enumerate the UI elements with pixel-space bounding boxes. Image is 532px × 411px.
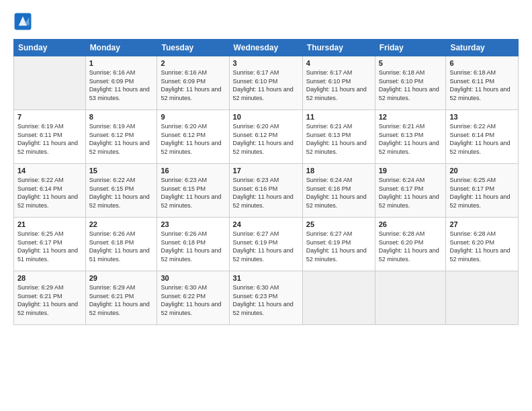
day-number: 14 [17, 167, 82, 175]
day-detail: Sunrise: 6:18 AMSunset: 6:10 PMDaylight:… [379, 69, 439, 101]
day-cell: 12 Sunrise: 6:21 AMSunset: 6:13 PMDaylig… [375, 110, 446, 164]
day-detail: Sunrise: 6:18 AMSunset: 6:11 PMDaylight:… [449, 69, 510, 101]
day-cell: 25 Sunrise: 6:27 AMSunset: 6:19 PMDaylig… [302, 218, 375, 271]
col-header-wednesday: Wednesday [229, 40, 302, 56]
day-number: 20 [449, 167, 515, 175]
day-number: 22 [89, 220, 154, 228]
day-number: 23 [161, 220, 225, 228]
header [13, 12, 519, 31]
day-cell: 1 Sunrise: 6:16 AMSunset: 6:09 PMDayligh… [85, 56, 157, 110]
day-cell: 3 Sunrise: 6:17 AMSunset: 6:10 PMDayligh… [229, 56, 302, 110]
week-row-5: 28 Sunrise: 6:29 AMSunset: 6:21 PMDaylig… [14, 271, 519, 325]
day-detail: Sunrise: 6:22 AMSunset: 6:14 PMDaylight:… [17, 177, 78, 209]
day-detail: Sunrise: 6:20 AMSunset: 6:12 PMDaylight:… [233, 123, 294, 155]
day-cell: 30 Sunrise: 6:30 AMSunset: 6:22 PMDaylig… [157, 271, 229, 325]
day-number: 31 [233, 274, 299, 282]
day-number: 13 [449, 113, 515, 121]
day-detail: Sunrise: 6:26 AMSunset: 6:18 PMDaylight:… [161, 230, 221, 263]
day-detail: Sunrise: 6:26 AMSunset: 6:18 PMDaylight:… [89, 230, 150, 263]
day-number: 7 [17, 113, 82, 121]
day-number: 12 [379, 113, 443, 121]
day-detail: Sunrise: 6:24 AMSunset: 6:16 PMDaylight:… [306, 177, 367, 209]
day-detail: Sunrise: 6:22 AMSunset: 6:14 PMDaylight:… [449, 123, 510, 155]
day-cell: 2 Sunrise: 6:16 AMSunset: 6:09 PMDayligh… [157, 56, 229, 110]
day-cell: 9 Sunrise: 6:20 AMSunset: 6:12 PMDayligh… [157, 110, 229, 164]
col-header-sunday: Sunday [14, 40, 86, 56]
day-number: 18 [306, 167, 371, 175]
day-cell: 29 Sunrise: 6:29 AMSunset: 6:21 PMDaylig… [85, 271, 157, 325]
day-cell: 10 Sunrise: 6:20 AMSunset: 6:12 PMDaylig… [229, 110, 302, 164]
day-detail: Sunrise: 6:30 AMSunset: 6:23 PMDaylight:… [233, 284, 294, 316]
day-number: 28 [17, 274, 82, 282]
logo [13, 12, 35, 31]
day-detail: Sunrise: 6:16 AMSunset: 6:09 PMDaylight:… [89, 69, 150, 101]
calendar-page: SundayMondayTuesdayWednesdayThursdayFrid… [0, 0, 532, 411]
day-detail: Sunrise: 6:29 AMSunset: 6:21 PMDaylight:… [89, 284, 150, 316]
day-detail: Sunrise: 6:20 AMSunset: 6:12 PMDaylight:… [161, 123, 221, 155]
day-number: 29 [89, 274, 154, 282]
day-number: 10 [233, 113, 299, 121]
day-number: 26 [379, 220, 443, 228]
day-cell: 31 Sunrise: 6:30 AMSunset: 6:23 PMDaylig… [229, 271, 302, 325]
day-cell: 6 Sunrise: 6:18 AMSunset: 6:11 PMDayligh… [446, 56, 519, 110]
day-number: 8 [89, 113, 154, 121]
week-row-1: 1 Sunrise: 6:16 AMSunset: 6:09 PMDayligh… [14, 56, 519, 110]
day-number: 3 [233, 59, 299, 67]
day-detail: Sunrise: 6:17 AMSunset: 6:10 PMDaylight:… [233, 69, 294, 101]
day-cell: 8 Sunrise: 6:19 AMSunset: 6:12 PMDayligh… [85, 110, 157, 164]
day-cell: 15 Sunrise: 6:22 AMSunset: 6:15 PMDaylig… [85, 164, 157, 218]
day-cell [446, 271, 519, 325]
day-number: 27 [449, 220, 515, 228]
day-detail: Sunrise: 6:22 AMSunset: 6:15 PMDaylight:… [89, 177, 150, 209]
day-cell: 5 Sunrise: 6:18 AMSunset: 6:10 PMDayligh… [375, 56, 446, 110]
logo-icon [13, 12, 32, 31]
day-detail: Sunrise: 6:19 AMSunset: 6:12 PMDaylight:… [89, 123, 150, 155]
day-number: 30 [161, 274, 225, 282]
day-number: 21 [17, 220, 82, 228]
day-detail: Sunrise: 6:27 AMSunset: 6:19 PMDaylight:… [233, 230, 294, 263]
day-number: 25 [306, 220, 371, 228]
day-number: 17 [233, 167, 299, 175]
day-cell: 16 Sunrise: 6:23 AMSunset: 6:15 PMDaylig… [157, 164, 229, 218]
day-number: 11 [306, 113, 371, 121]
week-row-4: 21 Sunrise: 6:25 AMSunset: 6:17 PMDaylig… [14, 218, 519, 271]
day-cell: 18 Sunrise: 6:24 AMSunset: 6:16 PMDaylig… [302, 164, 375, 218]
day-detail: Sunrise: 6:28 AMSunset: 6:20 PMDaylight:… [449, 230, 510, 263]
day-detail: Sunrise: 6:30 AMSunset: 6:22 PMDaylight:… [161, 284, 221, 316]
day-detail: Sunrise: 6:27 AMSunset: 6:19 PMDaylight:… [306, 230, 367, 263]
day-cell: 23 Sunrise: 6:26 AMSunset: 6:18 PMDaylig… [157, 218, 229, 271]
day-cell: 11 Sunrise: 6:21 AMSunset: 6:13 PMDaylig… [302, 110, 375, 164]
day-cell: 28 Sunrise: 6:29 AMSunset: 6:21 PMDaylig… [14, 271, 86, 325]
day-cell: 22 Sunrise: 6:26 AMSunset: 6:18 PMDaylig… [85, 218, 157, 271]
day-number: 9 [161, 113, 225, 121]
day-cell [375, 271, 446, 325]
day-cell: 20 Sunrise: 6:25 AMSunset: 6:17 PMDaylig… [446, 164, 519, 218]
day-cell: 13 Sunrise: 6:22 AMSunset: 6:14 PMDaylig… [446, 110, 519, 164]
calendar-table: SundayMondayTuesdayWednesdayThursdayFrid… [13, 39, 519, 325]
day-detail: Sunrise: 6:17 AMSunset: 6:10 PMDaylight:… [306, 69, 367, 101]
col-header-monday: Monday [85, 40, 157, 56]
day-detail: Sunrise: 6:23 AMSunset: 6:15 PMDaylight:… [161, 177, 221, 209]
day-detail: Sunrise: 6:16 AMSunset: 6:09 PMDaylight:… [161, 69, 221, 101]
day-number: 15 [89, 167, 154, 175]
day-detail: Sunrise: 6:28 AMSunset: 6:20 PMDaylight:… [379, 230, 439, 263]
header-row: SundayMondayTuesdayWednesdayThursdayFrid… [14, 40, 519, 56]
day-detail: Sunrise: 6:25 AMSunset: 6:17 PMDaylight:… [17, 230, 78, 263]
day-cell: 17 Sunrise: 6:23 AMSunset: 6:16 PMDaylig… [229, 164, 302, 218]
col-header-thursday: Thursday [302, 40, 375, 56]
col-header-tuesday: Tuesday [157, 40, 229, 56]
day-cell: 21 Sunrise: 6:25 AMSunset: 6:17 PMDaylig… [14, 218, 86, 271]
day-number: 1 [89, 59, 154, 67]
day-cell [14, 56, 86, 110]
day-cell: 26 Sunrise: 6:28 AMSunset: 6:20 PMDaylig… [375, 218, 446, 271]
week-row-2: 7 Sunrise: 6:19 AMSunset: 6:11 PMDayligh… [14, 110, 519, 164]
day-number: 24 [233, 220, 299, 228]
day-detail: Sunrise: 6:23 AMSunset: 6:16 PMDaylight:… [233, 177, 294, 209]
day-cell: 27 Sunrise: 6:28 AMSunset: 6:20 PMDaylig… [446, 218, 519, 271]
day-number: 6 [449, 59, 515, 67]
col-header-saturday: Saturday [446, 40, 519, 56]
day-detail: Sunrise: 6:29 AMSunset: 6:21 PMDaylight:… [17, 284, 78, 316]
day-detail: Sunrise: 6:24 AMSunset: 6:17 PMDaylight:… [379, 177, 439, 209]
day-detail: Sunrise: 6:21 AMSunset: 6:13 PMDaylight:… [379, 123, 439, 155]
day-cell: 7 Sunrise: 6:19 AMSunset: 6:11 PMDayligh… [14, 110, 86, 164]
